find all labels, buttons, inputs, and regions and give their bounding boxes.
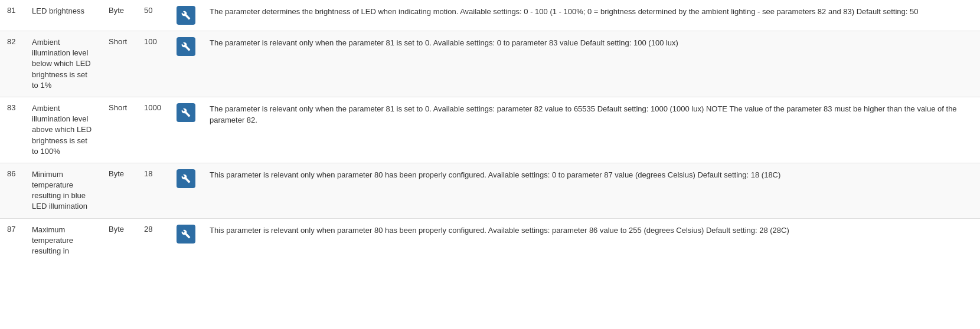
param-type: Byte (102, 163, 137, 218)
param-configure-cell (169, 0, 202, 31)
param-configure-cell (169, 97, 202, 163)
wrench-icon (181, 11, 191, 20)
table-row: 87Maximum temperature resulting inByte28… (0, 218, 980, 262)
param-configure-cell (169, 163, 202, 218)
param-type: Byte (102, 218, 137, 262)
param-default: 1000 (137, 97, 169, 163)
param-number: 87 (0, 218, 25, 262)
param-name: Maximum temperature resulting in (25, 218, 102, 262)
param-description: The parameter is relevant only when the … (202, 97, 980, 163)
param-number: 83 (0, 97, 25, 163)
wrench-icon (181, 42, 191, 51)
configure-button[interactable] (177, 37, 195, 56)
param-type: Byte (102, 0, 137, 31)
param-number: 86 (0, 163, 25, 218)
wrench-icon (181, 174, 191, 183)
param-configure-cell (169, 218, 202, 262)
param-default: 50 (137, 0, 169, 31)
param-description: This parameter is relevant only when par… (202, 218, 980, 262)
configure-button[interactable] (177, 103, 195, 122)
param-default: 28 (137, 218, 169, 262)
param-description: This parameter is relevant only when par… (202, 163, 980, 218)
param-description: The parameter determines the brightness … (202, 0, 980, 31)
param-name: LED brightness (25, 0, 102, 31)
configure-button[interactable] (177, 6, 195, 25)
configure-button[interactable] (177, 225, 195, 244)
configure-button[interactable] (177, 169, 195, 188)
table-row: 81LED brightnessByte50 The parameter det… (0, 0, 980, 31)
wrench-icon (181, 108, 191, 117)
table-row: 83Ambient illumination level above which… (0, 97, 980, 163)
param-number: 82 (0, 31, 25, 97)
param-name: Ambient illumination level below which L… (25, 31, 102, 97)
param-name: Ambient illumination level above which L… (25, 97, 102, 163)
param-default: 100 (137, 31, 169, 97)
param-type: Short (102, 97, 137, 163)
param-configure-cell (169, 31, 202, 97)
param-type: Short (102, 31, 137, 97)
wrench-icon (181, 229, 191, 239)
param-number: 81 (0, 0, 25, 31)
table-row: 82Ambient illumination level below which… (0, 31, 980, 97)
table-row: 86Minimum temperature resulting in blue … (0, 163, 980, 218)
param-description: The parameter is relevant only when the … (202, 31, 980, 97)
param-default: 18 (137, 163, 169, 218)
param-name: Minimum temperature resulting in blue LE… (25, 163, 102, 218)
